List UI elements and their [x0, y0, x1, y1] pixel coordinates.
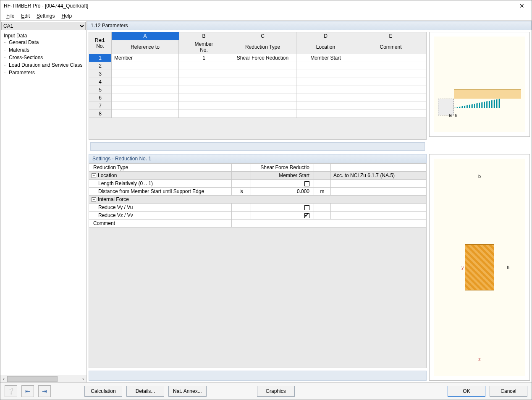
settings-row-reduce-vy[interactable]: Reduce Vy / Vu	[89, 204, 427, 212]
ok-button[interactable]: OK	[448, 386, 485, 397]
settings-status-strip	[89, 371, 427, 381]
settings-row-comment[interactable]: Comment	[89, 220, 427, 227]
col-letter-d[interactable]: D	[296, 32, 355, 40]
col-letter-a[interactable]: A	[112, 32, 179, 40]
main-body: CA1 Input Data General Data Materials Cr…	[0, 21, 532, 382]
table-row[interactable]: 3	[89, 70, 427, 78]
col-letter-b[interactable]: B	[179, 32, 229, 40]
case-selector[interactable]: CA1	[1, 22, 86, 30]
collapse-icon[interactable]: −	[92, 173, 96, 178]
tree-general-data[interactable]: General Data	[1, 39, 86, 46]
scroll-right-icon[interactable]: ›	[80, 376, 86, 382]
section-title: 1.12 Parameters	[87, 21, 532, 30]
table-row[interactable]: 6	[89, 94, 427, 102]
shear-diagram: ls h	[434, 37, 525, 132]
tree-cross-sections[interactable]: Cross-Sections	[1, 54, 86, 61]
menubar: File Edit Settings Help	[0, 11, 532, 21]
lower-area: Settings - Reduction No. 1 Reduction Typ…	[87, 154, 532, 382]
calculation-button[interactable]: Calculation	[84, 386, 122, 397]
col-letter-c[interactable]: C	[229, 32, 296, 40]
details-button[interactable]: Details...	[126, 386, 164, 397]
nav-tree: Input Data General Data Materials Cross-…	[0, 31, 86, 375]
col-location[interactable]: Location	[296, 40, 355, 54]
scroll-left-icon[interactable]: ‹	[0, 376, 7, 382]
length-rel-checkbox[interactable]	[304, 181, 309, 186]
col-redno[interactable]: Red. No.	[89, 32, 112, 54]
next-module-icon[interactable]: ⇥	[38, 385, 51, 397]
settings-row-internal-force[interactable]: −Internal Force	[89, 196, 427, 204]
cancel-button[interactable]: Cancel	[490, 386, 527, 397]
settings-empty-area	[89, 227, 427, 368]
table-row[interactable]: 2	[89, 62, 427, 70]
help-icon[interactable]: ❔	[5, 385, 17, 397]
settings-row-location[interactable]: −Location Member Start Acc. to NCI Zu 6.…	[89, 172, 427, 180]
sidebar-scrollbar[interactable]: ‹ ›	[0, 375, 86, 382]
grid-footer	[89, 118, 427, 140]
settings-row-length-rel[interactable]: Length Relatively (0 .. 1)	[89, 180, 427, 188]
table-row[interactable]: 8	[89, 110, 427, 118]
col-reference[interactable]: Reference to	[112, 40, 179, 54]
settings-row-reduction-type[interactable]: Reduction Type Shear Force Reductio	[89, 164, 427, 172]
menu-edit[interactable]: Edit	[18, 12, 33, 19]
window-title: RF-TIMBER Pro - [004744_Querkraft]	[4, 3, 516, 9]
grid-container: Red. No. A B C D E Reference to Member N…	[89, 32, 427, 152]
tree-root[interactable]: Input Data	[1, 33, 86, 39]
app-window: RF-TIMBER Pro - [004744_Querkraft] ✕ Fil…	[0, 0, 532, 400]
settings-row-distance[interactable]: Distance from Member Start until Support…	[89, 188, 427, 196]
collapse-icon[interactable]: −	[92, 197, 96, 202]
settings-title: Settings - Reduction No. 1	[89, 154, 427, 163]
diagram-panel-2: b y h z	[429, 154, 530, 381]
reduce-vy-checkbox[interactable]	[304, 205, 309, 210]
menu-settings[interactable]: Settings	[33, 12, 58, 19]
col-reductiontype[interactable]: Reduction Type	[229, 40, 296, 54]
table-row[interactable]: 5	[89, 86, 427, 94]
titlebar: RF-TIMBER Pro - [004744_Querkraft] ✕	[0, 0, 532, 11]
col-letter-e[interactable]: E	[355, 32, 427, 40]
scroll-thumb[interactable]	[7, 376, 58, 382]
reduce-vz-checkbox[interactable]	[304, 213, 309, 218]
close-icon[interactable]: ✕	[516, 1, 528, 10]
table-row[interactable]: 7	[89, 102, 427, 110]
menu-help[interactable]: Help	[58, 12, 75, 19]
tree-materials[interactable]: Materials	[1, 46, 86, 54]
settings-table[interactable]: Reduction Type Shear Force Reductio −Loc…	[89, 163, 427, 227]
grid-status-strip	[90, 142, 425, 151]
settings-panel: Settings - Reduction No. 1 Reduction Typ…	[89, 154, 427, 381]
col-comment[interactable]: Comment	[355, 40, 427, 54]
settings-row-reduce-vz[interactable]: Reduce Vz / Vv	[89, 212, 427, 220]
col-memberno[interactable]: Member No.	[179, 40, 229, 54]
nat-annex-button[interactable]: Nat. Annex...	[168, 386, 207, 397]
menu-file[interactable]: File	[3, 12, 18, 19]
footer: ❔ ⇤ ⇥ Calculation Details... Nat. Annex.…	[0, 382, 532, 400]
cross-section-diagram: b y h z	[434, 159, 525, 376]
main-panel: 1.12 Parameters Red. No. A B C	[87, 21, 532, 382]
parameters-table[interactable]: Red. No. A B C D E Reference to Member N…	[89, 32, 427, 118]
tree-parameters[interactable]: Parameters	[1, 69, 86, 76]
prev-module-icon[interactable]: ⇤	[21, 385, 34, 397]
grid-area: Red. No. A B C D E Reference to Member N…	[87, 30, 532, 154]
table-row[interactable]: 1 Member 1 Shear Force Reduction Member …	[89, 54, 427, 62]
graphics-button[interactable]: Graphics	[257, 386, 295, 397]
diagram-panel-1: ls h	[429, 32, 530, 137]
sidebar: CA1 Input Data General Data Materials Cr…	[0, 21, 87, 382]
tree-load-duration[interactable]: Load Duration and Service Class	[1, 61, 86, 69]
table-row[interactable]: 4	[89, 78, 427, 86]
